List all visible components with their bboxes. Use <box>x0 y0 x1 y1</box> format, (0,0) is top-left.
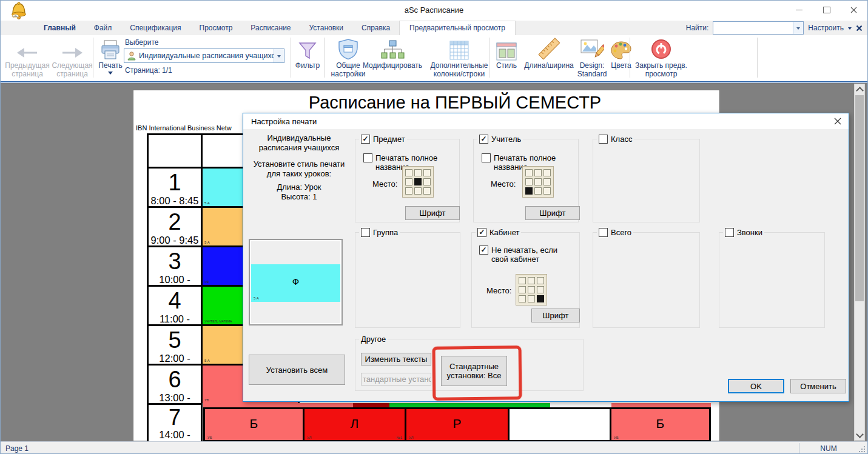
place-label: Место: <box>372 179 397 189</box>
length-width-button[interactable]: Длина/ширина <box>521 35 577 81</box>
cell-preview-box: Ф 5 A <box>249 239 343 325</box>
teacher-checkbox[interactable] <box>479 135 488 144</box>
arrow-left-icon <box>3 35 52 61</box>
preview-area: Расписание на ПЕРВЫЙ СЕМЕСТР IBN Interna… <box>1 83 867 441</box>
ribbon-tab-row: Главный Файл Спецификация Просмотр Распи… <box>1 21 867 35</box>
tab-specification[interactable]: Спецификация <box>121 21 190 36</box>
scroll-down-button[interactable] <box>855 430 864 440</box>
design-picture-icon <box>574 35 610 61</box>
close-icon <box>850 7 857 13</box>
teacher-fullname-checkbox[interactable] <box>482 153 491 162</box>
lesson-cell <box>508 407 611 441</box>
tab-settings[interactable]: Установки <box>300 21 352 36</box>
ok-button[interactable]: OK <box>728 379 784 393</box>
colors-button[interactable]: Цвета <box>607 35 635 81</box>
next-page-button[interactable]: Следующая страница <box>52 35 93 81</box>
status-num-lock: NUM <box>807 444 850 453</box>
resize-grip[interactable] <box>859 446 865 452</box>
room-own-checkbox[interactable] <box>479 245 488 255</box>
subject-font-button[interactable]: Шрифт <box>405 206 460 220</box>
place-label: Место: <box>491 179 516 189</box>
teacher-place-grid[interactable] <box>522 166 554 198</box>
design-button[interactable]: Design: Standard <box>574 35 610 81</box>
layout-style-icon <box>492 35 521 61</box>
dialog-close-button[interactable] <box>833 116 843 126</box>
report-dropdown-button[interactable] <box>274 49 284 62</box>
ribbon-separator <box>291 38 291 78</box>
bells-label: Звонки <box>737 228 762 237</box>
minimize-button[interactable] <box>786 1 813 19</box>
row-strip <box>353 403 389 407</box>
period-cell: 18:00 - 8:45 <box>147 167 203 206</box>
scrollbar-thumb[interactable] <box>855 95 864 301</box>
group-checkbox[interactable] <box>361 228 370 237</box>
customize-menu[interactable]: Настроить <box>808 24 844 32</box>
find-dropdown-button[interactable] <box>793 22 803 34</box>
dialog-title-bar: Настройка печати <box>243 113 849 129</box>
school-name: IBN International Business Netw <box>136 124 232 132</box>
ribbon-divider <box>1 81 867 82</box>
status-page: Page 1 <box>5 444 29 453</box>
cancel-button[interactable]: Отменить <box>790 379 846 393</box>
prev-page-button[interactable]: Предыдущая страница <box>3 35 52 81</box>
find-combobox[interactable] <box>713 21 804 35</box>
standard-settings-all-button[interactable]: Стандартные установки: Все <box>441 356 507 386</box>
bells-checkbox[interactable] <box>725 228 734 237</box>
print-dropdown-caret[interactable] <box>108 72 113 77</box>
total-checkbox[interactable] <box>599 228 608 237</box>
ribbon-separator <box>93 38 93 78</box>
teacher-label: Учитель <box>491 135 521 144</box>
print-button[interactable]: Печать <box>95 35 126 81</box>
cell-preview-lesson: Ф 5 A <box>251 264 340 302</box>
close-button[interactable] <box>840 1 867 19</box>
close-preview-button[interactable]: Закрыть предв. просмотр <box>632 35 690 81</box>
apply-all-button[interactable]: Установить всем <box>249 355 345 385</box>
arrow-right-icon <box>52 35 93 61</box>
tab-help[interactable]: Справка <box>352 21 399 36</box>
class-label: Класс <box>611 135 632 144</box>
find-input[interactable] <box>713 22 793 34</box>
subject-place-grid[interactable] <box>402 166 434 198</box>
modify-button[interactable]: Модифицировать <box>360 35 425 81</box>
period-cell: 310:00 - 10:45 <box>147 245 203 285</box>
tab-file[interactable]: Файл <box>85 21 121 36</box>
period-cell: 29:00 - 9:45 <box>147 206 203 245</box>
group-label: Группа <box>373 228 398 237</box>
tab-print-preview[interactable]: Предварительный просмотр <box>399 21 516 36</box>
hierarchy-icon <box>360 35 425 61</box>
room-place-grid[interactable] <box>516 274 547 305</box>
vertical-scrollbar[interactable] <box>854 84 865 441</box>
close-icon <box>834 118 841 125</box>
palette-icon <box>607 35 635 61</box>
report-type-combobox[interactable]: Индивидуальные расписания учащихся <box>124 48 284 63</box>
group-subject: Предмет Печатать полное название Место: … <box>355 139 460 222</box>
row-strip <box>389 403 550 407</box>
scroll-up-button[interactable] <box>855 84 864 95</box>
tab-main[interactable]: Главный <box>35 21 85 36</box>
teacher-font-button[interactable]: Шрифт <box>525 206 580 220</box>
report-name-text: Индивидуальные расписания учащихся <box>247 133 351 153</box>
group-class: Класс <box>593 139 700 222</box>
period-cell: 613:00 - 13:45 <box>147 364 203 403</box>
svg-text:aSc: aSc <box>13 15 18 18</box>
tab-view[interactable]: Просмотр <box>190 21 242 36</box>
group-group: Группа <box>355 232 460 328</box>
room-font-button[interactable]: Шрифт <box>531 309 580 322</box>
maximize-button[interactable] <box>813 1 840 19</box>
filter-button[interactable]: Фильтр <box>293 35 322 81</box>
edit-texts-button[interactable]: Изменить тексты <box>361 353 431 366</box>
choose-label: Выберите <box>125 38 158 47</box>
power-icon <box>632 35 690 61</box>
room-checkbox[interactable] <box>477 228 486 237</box>
class-checkbox[interactable] <box>599 135 608 144</box>
subject-checkbox[interactable] <box>361 135 370 144</box>
style-button[interactable]: Стиль <box>492 35 521 81</box>
extra-columns-button[interactable]: Дополнительные колонки/строки <box>425 35 493 81</box>
title-bar: aSc aSc Расписание <box>1 1 867 21</box>
subject-fullname-checkbox[interactable] <box>363 153 372 162</box>
close-ribbon-icon[interactable] <box>856 25 863 32</box>
tab-timetable[interactable]: Расписание <box>241 21 300 36</box>
chevron-down-icon <box>277 55 281 59</box>
group-other: Другое Изменить тексты тандартные устано… <box>355 339 584 391</box>
maximize-icon <box>823 7 830 13</box>
